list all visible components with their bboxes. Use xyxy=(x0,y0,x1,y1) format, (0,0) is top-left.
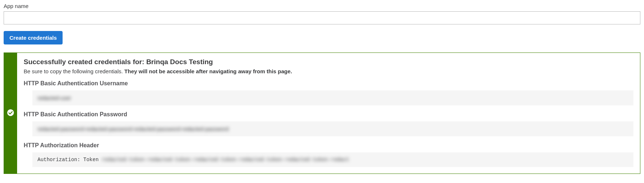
check-circle-icon xyxy=(7,109,15,118)
username-value-box: redacted-user xyxy=(32,90,633,105)
success-sidebar xyxy=(4,53,17,174)
alert-title-appname: Brinqa Docs Testing xyxy=(146,58,213,66)
success-alert: Successfully created credentials for: Br… xyxy=(4,52,640,174)
alert-desc-bold: They will not be accessible after naviga… xyxy=(124,68,292,74)
username-value: redacted-user xyxy=(37,95,71,101)
alert-content: Successfully created credentials for: Br… xyxy=(17,53,640,174)
alert-description: Be sure to copy the following credential… xyxy=(24,68,633,74)
create-credentials-button[interactable]: Create credentials xyxy=(4,31,63,44)
app-name-label: App name xyxy=(4,3,640,9)
svg-point-0 xyxy=(7,109,14,116)
header-prefix: Authorization: Token xyxy=(37,157,102,163)
password-label: HTTP Basic Authentication Password xyxy=(24,111,633,118)
app-name-input[interactable] xyxy=(4,11,640,24)
password-value-box: redacted-password-redacted-password-reda… xyxy=(32,121,633,136)
alert-desc-plain: Be sure to copy the following credential… xyxy=(24,68,124,74)
header-label: HTTP Authorization Header xyxy=(24,142,633,149)
alert-title: Successfully created credentials for: Br… xyxy=(24,58,633,66)
header-value-box: Authorization: Token redacted-token-reda… xyxy=(32,152,633,167)
alert-title-prefix: Successfully created credentials for: xyxy=(24,58,146,66)
header-value: redacted-token-redacted-token-redacted-t… xyxy=(102,157,349,163)
username-label: HTTP Basic Authentication Username xyxy=(24,80,633,87)
password-value: redacted-password-redacted-password-reda… xyxy=(37,126,228,132)
